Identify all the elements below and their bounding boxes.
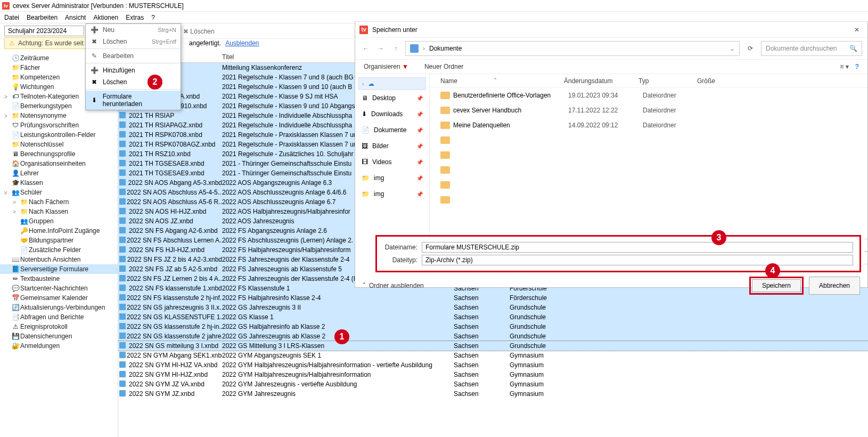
save-dialog-footer: ˄ Ordner ausblenden Speichern Abbrechen: [355, 272, 867, 299]
menu-help[interactable]: ?: [151, 14, 155, 21]
table-row[interactable]: 2022 SN GYM JZ.xnbd2022 GYM Jahreszeugni…: [118, 389, 868, 399]
sidebar-item[interactable]: Bildungspartner: [0, 236, 118, 245]
view-mode-icon[interactable]: ≡ ▾: [840, 63, 848, 70]
col-date[interactable]: Änderungsdatum: [564, 77, 638, 85]
sidebar-item[interactable]: >Nach Fächern: [0, 197, 118, 207]
folder-row[interactable]: Benutzerdefinierte Office-Vorlagen19.01.…: [430, 88, 867, 103]
sidebar-item[interactable]: Serverseitige Formulare: [0, 264, 118, 274]
help-icon[interactable]: ?: [855, 63, 859, 70]
quick-access-item[interactable]: 📁img📌: [358, 170, 426, 186]
sidebar-item[interactable]: Lehrer: [0, 168, 118, 178]
new-folder-button[interactable]: Neuer Ordner: [424, 63, 463, 70]
delete-button-visible[interactable]: ✖ Löschen: [183, 28, 215, 35]
table-row[interactable]: 2022 SN GS klassenstufe 2 jahre...2022 G…: [118, 331, 868, 341]
folder-row[interactable]: [430, 192, 867, 207]
menu-item: ✎Bearbeiten: [86, 50, 181, 62]
table-row[interactable]: 2022 SN GYM HI-HJZ VA.xnbd2022 GYM Halbj…: [118, 360, 868, 370]
col-name[interactable]: Name: [440, 77, 568, 85]
folder-row[interactable]: [430, 133, 867, 148]
organize-button[interactable]: Organisieren ▼: [364, 63, 408, 70]
menu-datei[interactable]: Datei: [4, 14, 19, 21]
filename-input[interactable]: Formulare MUSTERSCHULE.zip: [422, 242, 853, 253]
table-row[interactable]: 2022 SN GS klassenstufe 2 hj-in...2022 G…: [118, 322, 868, 331]
save-dialog-toolbar: Organisieren ▼ Neuer Ordner ≡ ▾ ?: [355, 59, 867, 74]
refresh-icon[interactable]: ⟳: [744, 45, 757, 52]
filetype-dropdown-arrow[interactable]: ⌄: [865, 252, 868, 264]
sidebar-item[interactable]: Textbausteine: [0, 274, 118, 284]
menu-item[interactable]: ⬇Formulare herunterladen: [86, 91, 181, 110]
sidebar-item[interactable]: >Notensynonyme: [0, 111, 118, 120]
menu-item: ➕NeuStrg+N: [86, 24, 181, 36]
table-row[interactable]: 2022 SN GS mitteilung 3 I.xnbd2022 GS Mi…: [118, 341, 868, 351]
table-row[interactable]: 2022 SN GS KLASSENSTUFE 1.x...2022 GS Kl…: [118, 312, 868, 322]
quick-access-item[interactable]: ›☁: [358, 77, 426, 90]
menu-extras[interactable]: Extras: [126, 14, 144, 21]
up-icon[interactable]: ↑: [390, 45, 401, 52]
sidebar-item[interactable]: Berechnungsprofile: [0, 149, 118, 159]
filename-dropdown-arrow[interactable]: ⌄: [865, 239, 868, 252]
folder-row[interactable]: [430, 163, 867, 177]
chevron-down-icon[interactable]: ⌄: [730, 45, 735, 52]
sidebar-item[interactable]: Anmeldungen: [0, 341, 118, 351]
sidebar-item[interactable]: Zusätzliche Felder: [0, 245, 118, 255]
annotation-1: 1: [334, 329, 349, 344]
forward-icon[interactable]: →: [375, 45, 386, 52]
app-icon: tv: [2, 2, 10, 10]
sidebar-item[interactable]: Abfragen und Berichte: [0, 312, 118, 322]
sidebar-item[interactable]: vSchüler: [0, 188, 118, 197]
table-row[interactable]: 2022 SN GYM HI-HJZ.xnbd2022 GYM Halbjahr…: [118, 370, 868, 379]
menu-ansicht[interactable]: Ansicht: [65, 14, 86, 21]
sidebar-item[interactable]: Ereignisprotokoll: [0, 322, 118, 331]
breadcrumb-current[interactable]: Dokumente: [429, 45, 462, 52]
sidebar-item[interactable]: Aktualisierungs-Verbindungen: [0, 303, 118, 312]
search-input[interactable]: Dokumente durchsuchen 🔍: [761, 41, 862, 56]
menu-bearbeiten[interactable]: Bearbeiten: [27, 14, 58, 21]
quick-access: ›☁🖥Desktop📌⬇Downloads📌📄Dokumente📌🖼Bilder…: [355, 74, 430, 235]
search-icon: 🔍: [849, 45, 857, 52]
folder-row[interactable]: cevex Server Handbuch17.11.2022 12:22Dat…: [430, 103, 867, 118]
sidebar-item[interactable]: Startcenter-Nachrichten: [0, 284, 118, 293]
quick-access-item[interactable]: ⬇Downloads📌: [358, 106, 426, 122]
sidebar-item[interactable]: Gruppen: [0, 216, 118, 226]
schoolyear-combo[interactable]: Schuljahr 2023/2024: [4, 26, 84, 36]
sidebar-item[interactable]: >Nach Klassen: [0, 207, 118, 216]
window-title: cevex Server Administrator [Verbunden : …: [13, 2, 184, 10]
warning-hide-link[interactable]: Ausblenden: [225, 39, 259, 47]
menu-item[interactable]: ✖Löschen: [86, 76, 181, 88]
filetype-select[interactable]: Zip-Archiv (*.zip): [422, 255, 853, 265]
save-as-dialog: tv Speichern unter ✕ ← → ↑ › Dokumente ⌄…: [355, 21, 868, 288]
sidebar-item[interactable]: Notenbuch Ansichten: [0, 255, 118, 264]
sidebar-item[interactable]: Home.InfoPoint Zugänge: [0, 226, 118, 236]
quick-access-item[interactable]: 🖥Desktop📌: [358, 90, 426, 106]
menu-aktionen[interactable]: Aktionen: [93, 14, 118, 21]
folder-row[interactable]: [430, 148, 867, 163]
sidebar-item[interactable]: Notenschlüssel: [0, 140, 118, 149]
quick-access-item[interactable]: 🖼Bilder📌: [358, 138, 426, 154]
sidebar-item[interactable]: Organisationseinheiten: [0, 159, 118, 168]
menu-item[interactable]: ➕Hinzufügen: [86, 64, 181, 76]
sidebar-item[interactable]: Gemeinsamer Kalender: [0, 293, 118, 303]
hide-folders-toggle[interactable]: ˄ Ordner ausblenden: [363, 282, 424, 289]
close-icon[interactable]: ✕: [846, 26, 867, 34]
filename-fields: Dateiname: Formulare MUSTERSCHULE.zip Da…: [375, 235, 861, 272]
quick-access-item[interactable]: 🎞Videos📌: [358, 154, 426, 170]
warning-text-mid: angefertigt.: [189, 39, 221, 47]
folder-columns: Name ˄ Änderungsdatum Typ Größe: [430, 74, 867, 88]
sidebar-item[interactable]: Datensicherungen: [0, 331, 118, 341]
path-bar[interactable]: › Dokumente ⌄: [405, 41, 740, 56]
col-size[interactable]: Größe: [697, 77, 867, 85]
folder-row[interactable]: Meine Datenquellen14.09.2022 09:12Dateio…: [430, 118, 867, 133]
folder-row[interactable]: [430, 177, 867, 192]
table-row[interactable]: 2022 SN GYM Abgang SEK1.xnbd2022 GYM Abg…: [118, 351, 868, 360]
sidebar-item[interactable]: Klassen: [0, 178, 118, 188]
quick-access-item[interactable]: 📁img📌: [358, 186, 426, 202]
cancel-button[interactable]: Abbrechen: [809, 277, 860, 295]
back-icon[interactable]: ←: [361, 45, 371, 52]
table-row[interactable]: 2022 SN GYM JZ VA.xnbd2022 GYM Jahreszeu…: [118, 379, 868, 389]
quick-access-item[interactable]: 📄Dokumente📌: [358, 122, 426, 138]
save-button[interactable]: Speichern: [752, 279, 801, 292]
col-type[interactable]: Typ: [638, 77, 697, 85]
sidebar-item[interactable]: Prüfungsvorschriften: [0, 120, 118, 130]
table-row[interactable]: 2022 SN GS jahreszeugnis 3 II.x...2022 G…: [118, 303, 868, 312]
sidebar-item[interactable]: Leistungskontrollen-Felder: [0, 130, 118, 140]
